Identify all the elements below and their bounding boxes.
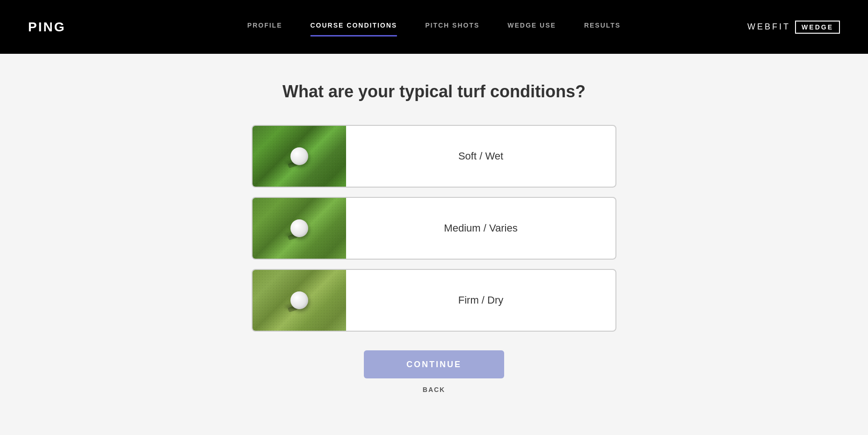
nav-item-course-conditions[interactable]: COURSE CONDITIONS <box>310 22 397 33</box>
options-container: Soft / Wet Medium / Varies <box>252 125 616 332</box>
buttons-area: CONTINUE BACK <box>364 350 504 393</box>
option-firm-dry-label: Firm / Dry <box>346 285 615 316</box>
nav-item-pitch-shots[interactable]: PITCH SHOTS <box>425 22 479 33</box>
nav-item-profile[interactable]: PROFILE <box>247 22 282 33</box>
ping-logo: PING <box>28 20 65 35</box>
option-medium-varies[interactable]: Medium / Varies <box>252 197 616 260</box>
golf-ball-firm <box>290 291 308 309</box>
main-content: What are your typical turf conditions? S… <box>0 54 868 412</box>
golf-ball-medium <box>290 219 308 237</box>
webfit-label: WEBFIT <box>747 22 790 32</box>
question-title: What are your typical turf conditions? <box>282 82 586 102</box>
main-nav: PROFILE COURSE CONDITIONS PITCH SHOTS WE… <box>247 22 621 33</box>
back-button[interactable]: BACK <box>423 386 445 393</box>
option-medium-varies-image <box>253 198 346 259</box>
site-header: PING PROFILE COURSE CONDITIONS PITCH SHO… <box>0 0 868 54</box>
option-soft-wet-image <box>253 126 346 187</box>
continue-button[interactable]: CONTINUE <box>364 350 504 378</box>
nav-item-wedge-use[interactable]: WEDGE USE <box>507 22 556 33</box>
webfit-badge: WEBFIT WEDGE <box>747 21 840 34</box>
option-medium-varies-label: Medium / Varies <box>346 213 615 244</box>
golf-ball-soft <box>290 147 308 165</box>
wedge-badge: WEDGE <box>795 21 840 34</box>
option-firm-dry[interactable]: Firm / Dry <box>252 269 616 332</box>
nav-item-results[interactable]: RESULTS <box>584 22 621 33</box>
option-soft-wet-label: Soft / Wet <box>346 141 615 172</box>
option-firm-dry-image <box>253 270 346 331</box>
option-soft-wet[interactable]: Soft / Wet <box>252 125 616 188</box>
